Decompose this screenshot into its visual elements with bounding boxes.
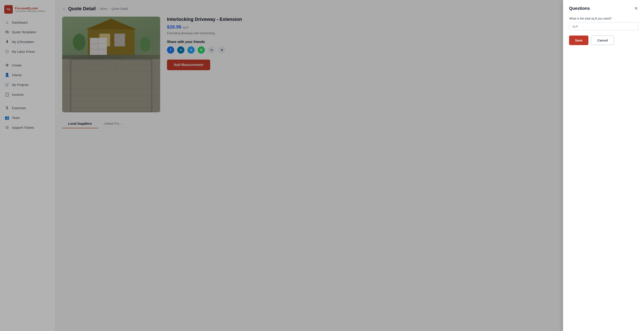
panel-close-button[interactable]: ✕ [634,6,638,11]
panel-header: Questions ✕ [569,6,638,11]
cancel-button[interactable]: Cancel [591,35,614,45]
questions-panel: Questions ✕ What is the total sq.ft you … [563,0,644,331]
panel-actions: Save Cancel [569,35,638,45]
panel-question-label: What is the total sq.ft you need? [569,17,638,20]
save-button[interactable]: Save [569,35,588,45]
sqft-input[interactable] [569,22,638,30]
modal-overlay[interactable] [0,0,644,331]
panel-title: Questions [569,6,590,11]
